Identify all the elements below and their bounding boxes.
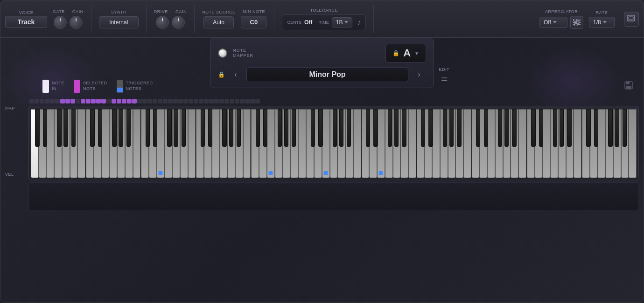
edit-icon[interactable]: ⚌ <box>441 74 448 83</box>
black-key[interactable] <box>126 109 131 147</box>
white-key[interactable] <box>432 109 440 178</box>
white-key[interactable] <box>77 109 85 178</box>
black-key[interactable] <box>339 109 343 147</box>
black-key[interactable] <box>167 109 171 147</box>
black-key[interactable] <box>90 109 94 147</box>
black-key[interactable] <box>553 109 557 147</box>
black-key[interactable] <box>449 109 454 147</box>
black-key[interactable] <box>229 109 233 147</box>
black-key[interactable] <box>112 109 116 147</box>
gate-knob[interactable] <box>54 16 67 29</box>
black-key[interactable] <box>531 109 535 147</box>
black-key[interactable] <box>278 109 282 147</box>
black-key[interactable] <box>222 109 226 147</box>
black-key[interactable] <box>421 109 425 147</box>
gain-knob-1[interactable] <box>70 16 83 29</box>
white-key[interactable] <box>574 109 581 178</box>
black-key[interactable] <box>498 109 502 147</box>
white-key[interactable] <box>487 109 495 178</box>
black-key[interactable] <box>402 109 406 147</box>
black-key[interactable] <box>292 109 296 147</box>
note-mapper-indicator[interactable] <box>218 48 227 58</box>
black-key[interactable] <box>457 109 461 147</box>
black-key[interactable] <box>201 109 205 147</box>
window-button[interactable] <box>624 12 639 27</box>
black-key[interactable] <box>71 109 76 147</box>
black-key[interactable] <box>318 109 322 147</box>
black-key[interactable] <box>35 109 39 147</box>
black-key[interactable] <box>263 109 267 147</box>
black-key[interactable] <box>615 109 619 147</box>
black-key[interactable] <box>333 109 337 147</box>
white-key[interactable] <box>267 109 275 178</box>
black-key[interactable] <box>208 109 212 147</box>
black-key[interactable] <box>153 109 157 147</box>
black-key[interactable] <box>63 109 68 147</box>
white-key[interactable] <box>133 109 141 178</box>
tolerance-time-select[interactable]: 1B <box>332 17 353 28</box>
black-key[interactable] <box>443 109 447 147</box>
black-key[interactable] <box>484 109 488 147</box>
white-key[interactable] <box>518 109 526 178</box>
black-key[interactable] <box>608 109 612 147</box>
white-key[interactable] <box>46 109 54 178</box>
black-key[interactable] <box>504 109 509 147</box>
white-key[interactable] <box>353 109 361 178</box>
black-key[interactable] <box>146 109 150 147</box>
drive-label: DRIVE <box>154 9 168 14</box>
white-key[interactable] <box>157 109 165 178</box>
black-key[interactable] <box>388 109 392 147</box>
black-key[interactable] <box>237 109 241 147</box>
black-key[interactable] <box>119 109 123 147</box>
black-key[interactable] <box>43 109 47 147</box>
black-key[interactable] <box>476 109 480 147</box>
black-key[interactable] <box>623 109 627 147</box>
white-key[interactable] <box>542 109 550 178</box>
note-source-button[interactable]: Auto <box>203 16 234 28</box>
drive-knob[interactable] <box>156 16 169 29</box>
black-key[interactable] <box>98 109 102 147</box>
black-key[interactable] <box>586 109 590 147</box>
synth-button[interactable]: Internal <box>99 16 139 28</box>
black-key[interactable] <box>428 109 433 147</box>
black-key[interactable] <box>394 109 399 147</box>
black-key[interactable] <box>560 109 564 147</box>
gain-knob-2[interactable] <box>172 16 185 29</box>
black-key[interactable] <box>57 109 61 147</box>
tolerance-time-label: TIME <box>319 20 329 25</box>
preset-next-button[interactable]: › <box>412 68 426 82</box>
voice-button[interactable]: Track <box>5 16 47 28</box>
min-note-value[interactable]: C0 <box>241 16 266 28</box>
white-key[interactable] <box>243 109 251 178</box>
white-key[interactable] <box>597 109 605 178</box>
black-key[interactable] <box>539 109 543 147</box>
tolerance-cents-value[interactable]: Off <box>304 19 312 26</box>
black-key[interactable] <box>174 109 178 147</box>
preset-prev-button[interactable]: ‹ <box>229 68 243 82</box>
black-key[interactable] <box>182 109 186 147</box>
black-key[interactable] <box>512 109 516 147</box>
white-key[interactable] <box>629 109 637 178</box>
white-key[interactable] <box>102 109 110 178</box>
white-key[interactable] <box>212 109 220 178</box>
black-key[interactable] <box>567 109 571 147</box>
black-key[interactable] <box>594 109 598 147</box>
map-dot <box>142 99 147 103</box>
white-key[interactable] <box>298 109 306 178</box>
arpeggiator-settings-button[interactable] <box>570 16 583 29</box>
rate-select[interactable]: 1/8 <box>589 17 615 28</box>
black-key[interactable] <box>366 109 370 147</box>
white-key[interactable] <box>377 109 385 178</box>
save-button[interactable] <box>624 81 639 92</box>
white-key[interactable] <box>463 109 471 178</box>
white-key[interactable] <box>322 109 330 178</box>
black-key[interactable] <box>256 109 260 147</box>
black-key[interactable] <box>311 109 315 147</box>
white-key[interactable] <box>188 109 196 178</box>
key-selector[interactable]: 🔒 A ▼ <box>385 44 426 62</box>
black-key[interactable] <box>347 109 351 147</box>
black-key[interactable] <box>373 109 378 147</box>
black-key[interactable] <box>284 109 288 147</box>
white-key[interactable] <box>408 109 416 178</box>
arpeggiator-select[interactable]: Off <box>539 17 567 28</box>
